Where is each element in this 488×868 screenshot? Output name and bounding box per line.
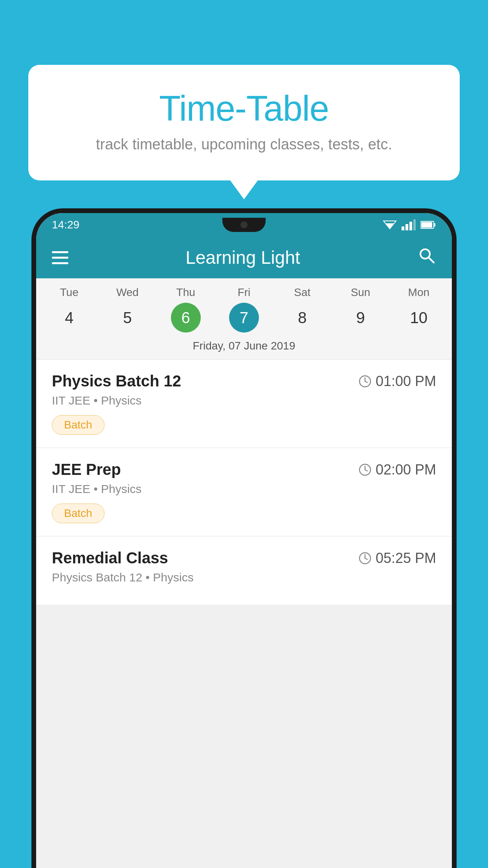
schedule-item-header: JEE Prep02:00 PM <box>52 461 436 478</box>
hamburger-menu-icon[interactable] <box>52 251 68 264</box>
calendar-day-col[interactable]: Sat8 <box>277 286 328 333</box>
day-name-label: Fri <box>238 286 251 299</box>
day-number[interactable]: 9 <box>346 303 376 333</box>
day-name-label: Sat <box>294 286 310 299</box>
schedule-item[interactable]: Physics Batch 1201:00 PMIIT JEE • Physic… <box>36 360 452 447</box>
svg-marker-0 <box>386 223 394 229</box>
day-number[interactable]: 6 <box>171 303 201 333</box>
schedule-subtitle: Physics Batch 12 • Physics <box>52 571 436 584</box>
schedule-item[interactable]: JEE Prep02:00 PMIIT JEE • PhysicsBatch <box>36 448 452 536</box>
schedule-time: 01:00 PM <box>358 373 436 390</box>
app-bar: Learning Light <box>36 237 452 278</box>
schedule-list[interactable]: Physics Batch 1201:00 PMIIT JEE • Physic… <box>36 360 452 868</box>
calendar-day-col[interactable]: Wed5 <box>102 286 153 333</box>
schedule-item-header: Remedial Class05:25 PM <box>52 549 436 567</box>
status-time: 14:29 <box>52 219 79 231</box>
phone-inner: 14:29 <box>36 213 452 868</box>
clock-icon <box>358 375 372 388</box>
phone-notch <box>222 218 266 232</box>
calendar-strip: Tue4Wed5Thu6Fri7Sat8Sun9Mon10 Friday, 07… <box>36 278 452 360</box>
batch-tag: Batch <box>52 504 105 523</box>
schedule-time-text: 05:25 PM <box>376 550 436 566</box>
tooltip-card: Time-Table track timetable, upcoming cla… <box>28 65 460 180</box>
camera-dot <box>240 221 248 228</box>
search-button[interactable] <box>417 246 436 269</box>
calendar-date-label: Friday, 07 June 2019 <box>36 333 452 360</box>
day-name-label: Mon <box>408 286 429 299</box>
svg-rect-8 <box>421 222 432 228</box>
calendar-day-col[interactable]: Tue4 <box>44 286 95 333</box>
calendar-day-col[interactable]: Sun9 <box>335 286 386 333</box>
day-number[interactable]: 7 <box>229 303 259 333</box>
svg-line-10 <box>429 257 434 263</box>
phone-frame: 14:29 <box>31 208 457 868</box>
day-number[interactable]: 5 <box>112 303 142 333</box>
schedule-time-text: 01:00 PM <box>376 373 436 390</box>
clock-icon <box>358 552 372 565</box>
battery-icon <box>420 221 436 229</box>
svg-line-13 <box>365 381 367 383</box>
schedule-time-text: 02:00 PM <box>376 462 436 478</box>
schedule-subtitle: IIT JEE • Physics <box>52 394 436 407</box>
schedule-title: JEE Prep <box>52 461 121 478</box>
calendar-day-col[interactable]: Thu6 <box>160 286 211 333</box>
day-headers: Tue4Wed5Thu6Fri7Sat8Sun9Mon10 <box>36 286 452 333</box>
status-icons <box>383 219 436 230</box>
tooltip-subtitle: track timetable, upcoming classes, tests… <box>56 136 432 153</box>
tooltip-title: Time-Table <box>56 88 432 129</box>
svg-line-16 <box>365 470 367 471</box>
day-name-label: Sun <box>351 286 371 299</box>
schedule-subtitle: IIT JEE • Physics <box>52 482 436 496</box>
calendar-day-col[interactable]: Mon10 <box>393 286 444 333</box>
schedule-item-header: Physics Batch 1201:00 PM <box>52 372 436 390</box>
day-number[interactable]: 10 <box>404 303 434 333</box>
signal-icon <box>402 219 416 230</box>
svg-rect-3 <box>405 224 408 230</box>
batch-tag: Batch <box>52 415 105 435</box>
clock-icon <box>358 463 372 476</box>
hamburger-line <box>52 262 68 264</box>
svg-line-19 <box>365 558 367 559</box>
day-number[interactable]: 8 <box>287 303 317 333</box>
schedule-time: 02:00 PM <box>358 462 436 478</box>
svg-rect-2 <box>402 226 404 230</box>
app-bar-title: Learning Light <box>185 247 300 268</box>
schedule-title: Physics Batch 12 <box>52 372 181 390</box>
hamburger-line <box>52 257 68 259</box>
svg-rect-5 <box>413 219 416 230</box>
day-number[interactable]: 4 <box>54 303 84 333</box>
schedule-item[interactable]: Remedial Class05:25 PMPhysics Batch 12 •… <box>36 537 452 605</box>
schedule-title: Remedial Class <box>52 549 168 567</box>
day-name-label: Wed <box>116 286 139 299</box>
calendar-day-col[interactable]: Fri7 <box>218 286 270 333</box>
hamburger-line <box>52 251 68 253</box>
day-name-label: Tue <box>60 286 79 299</box>
schedule-time: 05:25 PM <box>358 550 436 566</box>
day-name-label: Thu <box>176 286 195 299</box>
svg-rect-7 <box>434 223 435 226</box>
svg-rect-4 <box>409 222 412 230</box>
wifi-icon <box>383 219 397 230</box>
status-bar: 14:29 <box>36 213 452 237</box>
